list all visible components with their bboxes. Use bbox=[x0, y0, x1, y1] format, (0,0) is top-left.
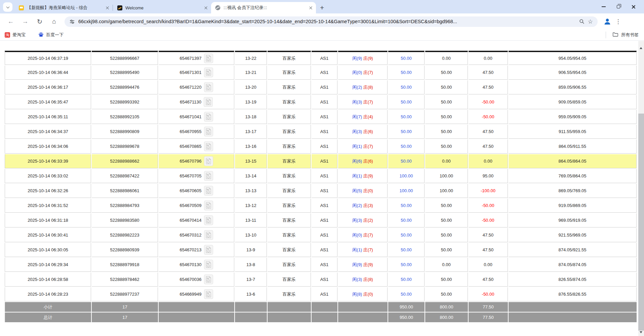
cell-shoe-round: 13-20 bbox=[235, 80, 267, 94]
cell-shoe-round: 13-14 bbox=[235, 169, 267, 183]
profile-avatar[interactable] bbox=[602, 16, 612, 27]
cell-game-result: 闲(2) 庄(8) bbox=[338, 80, 388, 94]
cell-bet-amount-link[interactable]: 50.00 bbox=[388, 272, 425, 287]
address-bar[interactable]: 66cxkj98.com/game/betrecord_search/kind3… bbox=[65, 16, 598, 27]
video-replay-button[interactable] bbox=[204, 53, 213, 63]
tab-search-button[interactable] bbox=[3, 2, 12, 12]
cell-bet-amount-link[interactable]: 100.00 bbox=[388, 169, 425, 183]
bookmarks-bar: 淘 爱淘宝 百度一下 所有书签 bbox=[0, 30, 644, 41]
video-file-icon bbox=[206, 261, 211, 268]
restore-button[interactable] bbox=[611, 0, 626, 13]
url-text[interactable]: 66cxkj98.com/game/betrecord_search/kind3… bbox=[78, 19, 576, 24]
cell-bet-amount-link[interactable]: 50.00 bbox=[388, 287, 425, 301]
cell-bet-amount-link[interactable]: 50.00 bbox=[388, 66, 425, 80]
cell-game-result: 闲(5) 庄(0) bbox=[338, 184, 388, 198]
welcome-favicon-icon bbox=[117, 5, 122, 10]
tab-close-icon[interactable] bbox=[204, 6, 208, 10]
cell-bet-amount-link[interactable]: 50.00 bbox=[388, 139, 425, 154]
cell-valid-amount: 0.00 bbox=[425, 51, 468, 65]
tab-close-icon[interactable] bbox=[309, 6, 313, 10]
video-replay-button[interactable] bbox=[204, 171, 213, 181]
site-settings-icon[interactable] bbox=[69, 19, 75, 25]
video-replay-button[interactable] bbox=[204, 245, 213, 255]
cell-bet-amount-link[interactable]: 50.00 bbox=[388, 95, 425, 109]
scroll-down-arrow-icon[interactable] bbox=[640, 331, 642, 333]
zoom-icon[interactable] bbox=[579, 19, 585, 24]
video-replay-button[interactable] bbox=[204, 97, 213, 107]
cell-round-number: 654670605 bbox=[159, 184, 234, 198]
reload-button[interactable]: ↻ bbox=[34, 15, 46, 28]
video-replay-button[interactable] bbox=[204, 141, 213, 151]
result-banker-score: 庄(9) bbox=[363, 262, 373, 267]
cell-win-loss: -50.00 bbox=[469, 213, 508, 227]
bookmark-star-icon[interactable]: ☆ bbox=[588, 19, 593, 25]
video-replay-button[interactable] bbox=[204, 289, 213, 299]
all-bookmarks-button[interactable]: 所有书签 bbox=[606, 32, 639, 38]
cell-bet-amount-link[interactable]: 50.00 bbox=[388, 154, 425, 168]
video-replay-button[interactable] bbox=[204, 156, 213, 166]
cell-bet-amount-link[interactable]: 50.00 bbox=[388, 51, 425, 65]
cell-bet-amount-link[interactable]: 50.00 bbox=[388, 199, 425, 213]
forward-button[interactable]: → bbox=[19, 15, 31, 28]
result-player-score: 闲(9) bbox=[352, 262, 362, 267]
video-replay-button[interactable] bbox=[204, 275, 213, 284]
globe-icon bbox=[215, 5, 220, 10]
back-button[interactable]: ← bbox=[5, 15, 17, 28]
scroll-up-arrow-icon[interactable] bbox=[640, 47, 642, 49]
cell-bet-amount-link[interactable]: 50.00 bbox=[388, 228, 425, 242]
browser-menu-button[interactable]: ⋮ bbox=[614, 16, 622, 27]
tab-title: 【新提醒】海燕策略论坛 - 综合 bbox=[27, 5, 103, 11]
video-replay-button[interactable] bbox=[204, 230, 213, 240]
result-player-score: 闲(2) bbox=[352, 85, 362, 90]
tab-bet-records-active[interactable]: :::视讯 会员下注纪录::: bbox=[211, 2, 316, 13]
vertical-scrollbar[interactable] bbox=[638, 41, 644, 336]
bookmark-baidu[interactable]: 百度一下 bbox=[38, 32, 64, 38]
video-replay-button[interactable] bbox=[204, 127, 213, 136]
cell-bet-amount-link[interactable]: 50.00 bbox=[388, 213, 425, 227]
cell-valid-amount: 50.00 bbox=[425, 125, 468, 139]
minimize-button[interactable] bbox=[596, 0, 611, 13]
tab-forum[interactable]: 【新提醒】海燕策略论坛 - 综合 bbox=[14, 2, 113, 13]
bookmark-taobao[interactable]: 淘 爱淘宝 bbox=[5, 32, 26, 38]
close-window-button[interactable] bbox=[626, 0, 641, 13]
cell-bet-amount-link[interactable]: 100.00 bbox=[388, 184, 425, 198]
tab-close-icon[interactable] bbox=[106, 6, 109, 10]
video-replay-button[interactable] bbox=[204, 215, 213, 225]
new-tab-button[interactable]: + bbox=[320, 4, 324, 11]
cell-round-number: 654670130 bbox=[159, 258, 234, 272]
round-number-text: 654670955 bbox=[179, 129, 201, 134]
cell-bet-time: 2025-10-14 06:28:23 bbox=[5, 287, 91, 301]
cell-shoe-round: 13-8 bbox=[235, 258, 267, 272]
video-file-icon bbox=[206, 247, 211, 253]
cell-bet-amount-link[interactable]: 50.00 bbox=[388, 243, 425, 257]
cell-bet-time: 2025-10-14 06:30:41 bbox=[5, 228, 91, 242]
cell-bet-amount-link[interactable]: 50.00 bbox=[388, 258, 425, 272]
bet-table-row: 2025-10-14 06:34:06522888989678654670865… bbox=[5, 139, 637, 154]
cell-game-result: 闲(7) 庄(4) bbox=[338, 110, 388, 124]
tab-welcome[interactable]: Welcome bbox=[113, 2, 211, 13]
cell-bet-id: 522888988662 bbox=[92, 154, 158, 168]
cell-game-type: 百家乐 bbox=[268, 184, 311, 198]
cell-bet-time: 2025-10-14 06:33:02 bbox=[5, 169, 91, 183]
cell-bet-amount-link[interactable]: 50.00 bbox=[388, 125, 425, 139]
cell-shoe-round: 13-21 bbox=[235, 66, 267, 80]
home-button[interactable]: ⌂ bbox=[48, 15, 60, 28]
video-replay-button[interactable] bbox=[204, 82, 213, 92]
video-replay-button[interactable] bbox=[204, 201, 213, 210]
cell-valid-amount: 0.00 bbox=[425, 258, 468, 272]
video-replay-button[interactable] bbox=[204, 260, 213, 269]
cell-bet-time: 2025-10-14 06:30:05 bbox=[5, 243, 91, 257]
cell-game-type: 百家乐 bbox=[268, 287, 311, 301]
cell-bet-amount-link[interactable]: 50.00 bbox=[388, 110, 425, 124]
video-replay-button[interactable] bbox=[204, 68, 213, 77]
video-file-icon bbox=[206, 84, 211, 90]
summary-valid-total: 800.00 bbox=[425, 302, 468, 312]
cell-table-name: AS1 bbox=[312, 51, 337, 65]
video-replay-button[interactable] bbox=[204, 186, 213, 196]
cell-bet-amount-link[interactable]: 50.00 bbox=[388, 80, 425, 94]
video-file-icon bbox=[206, 291, 211, 297]
cell-bet-id: 522888992105 bbox=[92, 110, 158, 124]
video-replay-button[interactable] bbox=[204, 112, 213, 122]
scrollbar-thumb[interactable] bbox=[638, 114, 644, 331]
cell-game-type: 百家乐 bbox=[268, 154, 311, 168]
